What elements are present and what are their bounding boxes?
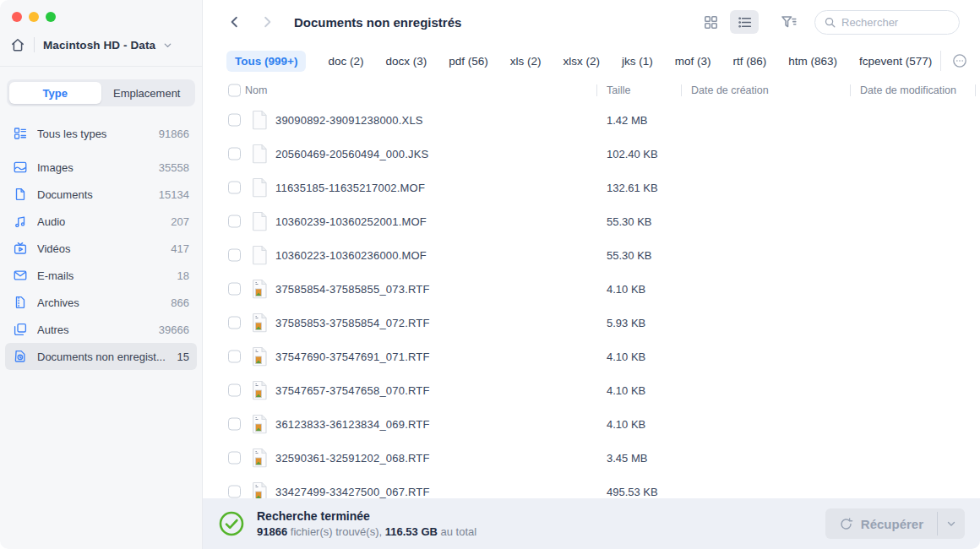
row-checkbox[interactable] — [228, 418, 241, 431]
plain-file-icon — [252, 212, 268, 231]
filter-tab-htm-863[interactable]: htm (863) — [788, 55, 837, 68]
file-name: 37547657-37547658_070.RTF — [275, 384, 430, 397]
plain-file-icon — [252, 144, 268, 164]
row-checkbox[interactable] — [228, 486, 241, 498]
back-button[interactable] — [226, 14, 243, 30]
status-bar: Recherche terminée 91866 fichier(s) trou… — [203, 498, 980, 549]
table-row[interactable]: 37585854-37585855_073.RTF4.10 KB — [203, 272, 980, 306]
main-panel: Documents non enregistrés Tous (999+)doc… — [203, 0, 980, 549]
table-row[interactable]: 36123833-36123834_069.RTF4.10 KB — [203, 407, 980, 441]
file-name: 10360223-10360236000.MOF — [275, 249, 427, 262]
sidebar-item-label: Audio — [37, 215, 164, 228]
file-name: 32590361-32591202_068.RTF — [275, 452, 430, 465]
row-checkbox[interactable] — [228, 249, 241, 262]
sidebar-item-autres[interactable]: Autres39666 — [5, 316, 197, 343]
sidebar-item-archives[interactable]: Archives866 — [5, 289, 197, 316]
grid-view-button[interactable] — [696, 10, 725, 34]
table-row[interactable]: 11635185-11635217002.MOF132.61 KB — [203, 171, 980, 204]
sidebar-item-label: Autres — [37, 323, 152, 336]
table-row[interactable]: 33427499-33427500_067.RTF495.53 KB — [203, 475, 980, 498]
more-filters-icon[interactable] — [951, 52, 968, 69]
list-view-button[interactable] — [730, 10, 759, 34]
sidebar-item-audio[interactable]: Audio207 — [5, 208, 197, 235]
row-checkbox[interactable] — [228, 351, 241, 363]
close-button[interactable] — [12, 12, 22, 22]
row-checkbox[interactable] — [228, 452, 241, 465]
sidebar-tabs: Type Emplacement — [7, 79, 195, 106]
sidebar-item-label: Images — [37, 161, 152, 174]
filter-tab-docx-3[interactable]: docx (3) — [385, 55, 427, 68]
sidebar-item-documents-non-enregist[interactable]: Documents non enregist...15 — [5, 343, 197, 370]
file-size: 55.30 KB — [607, 215, 652, 228]
file-name: 37585853-37585854_072.RTF — [275, 317, 430, 329]
table-row[interactable]: 10360223-10360236000.MOF55.30 KB — [203, 238, 980, 272]
table-row[interactable]: 37547690-37547691_071.RTF4.10 KB — [203, 340, 980, 373]
filter-tab-pdf-56[interactable]: pdf (56) — [449, 55, 488, 68]
table-row[interactable]: 10360239-10360252001.MOF55.30 KB — [203, 204, 980, 238]
recover-dropdown-button[interactable] — [938, 508, 965, 539]
rtf-file-icon — [252, 381, 268, 400]
recover-button[interactable]: Récupérer — [825, 508, 937, 539]
table-row[interactable]: 37547657-37547658_070.RTF4.10 KB — [203, 373, 980, 407]
volume-selector[interactable]: Macintosh HD - Data — [8, 32, 173, 57]
file-size: 55.30 KB — [607, 249, 652, 262]
filter-tab-rtf-86[interactable]: rtf (86) — [733, 55, 767, 68]
success-check-icon — [218, 510, 245, 537]
sidebar-item-documents[interactable]: Documents15134 — [5, 181, 197, 208]
sidebar-item-e-mails[interactable]: E-mails18 — [5, 262, 197, 289]
search-input[interactable] — [841, 16, 950, 29]
toolbar: Documents non enregistrés — [203, 0, 980, 44]
table-row[interactable]: 20560469-20560494_000.JKS102.40 KB — [203, 137, 980, 171]
filter-tab-fcpevent-577[interactable]: fcpevent (577) — [859, 55, 932, 68]
sidebar-item-count: 15134 — [159, 188, 189, 201]
row-checkbox[interactable] — [228, 182, 241, 194]
sidebar-item-count: 207 — [171, 215, 189, 228]
table-row[interactable]: 32590361-32591202_068.RTF3.45 MB — [203, 441, 980, 475]
zoom-button[interactable] — [46, 12, 56, 22]
window-controls — [12, 12, 56, 22]
filter-tab-mof-3[interactable]: mof (3) — [675, 55, 711, 68]
sidebar: Macintosh HD - Data Type Emplacement Tou… — [0, 0, 203, 549]
file-name: 20560469-20560494_000.JKS — [275, 148, 428, 160]
column-header-date-modification[interactable]: Date de modification — [860, 84, 956, 96]
tab-emplacement[interactable]: Emplacement — [101, 82, 193, 104]
sidebar-item-images[interactable]: Images35558 — [5, 154, 197, 181]
row-checkbox[interactable] — [228, 148, 241, 160]
file-size: 102.40 KB — [607, 148, 658, 160]
filter-button[interactable] — [777, 11, 799, 33]
filter-tab-jks-1[interactable]: jks (1) — [622, 55, 653, 68]
divider — [0, 66, 202, 67]
filter-tab-doc-2[interactable]: doc (2) — [328, 55, 363, 68]
videos-icon — [13, 241, 28, 256]
minimize-button[interactable] — [29, 12, 39, 22]
column-header-nom[interactable]: Nom — [245, 84, 267, 96]
filter-tab-xls-2[interactable]: xls (2) — [510, 55, 542, 68]
filter-icon — [780, 14, 798, 31]
column-header-taille[interactable]: Taille — [607, 84, 631, 96]
documents-icon — [13, 187, 28, 202]
file-name: 39090892-39091238000.XLS — [275, 114, 423, 127]
select-all-checkbox[interactable] — [228, 84, 241, 97]
row-checkbox[interactable] — [228, 384, 241, 397]
sidebar-item-tous-les-types[interactable]: Tous les types91866 — [5, 120, 197, 147]
sidebar-item-vid-os[interactable]: Vidéos417 — [5, 235, 197, 262]
file-name: 33427499-33427500_067.RTF — [275, 486, 430, 498]
home-icon[interactable] — [8, 35, 27, 54]
files-count: 91866 — [257, 525, 287, 538]
file-size: 5.93 KB — [607, 317, 645, 329]
column-header-date-creation[interactable]: Date de création — [691, 84, 769, 96]
tab-type[interactable]: Type — [9, 82, 101, 104]
rtf-file-icon — [252, 448, 268, 468]
filter-tab-xlsx-2[interactable]: xlsx (2) — [564, 55, 601, 68]
table-row[interactable]: 39090892-39091238000.XLS1.42 MB — [203, 103, 980, 137]
column-divider — [681, 84, 682, 96]
row-checkbox[interactable] — [228, 283, 241, 296]
filter-tab-tous-999[interactable]: Tous (999+) — [226, 51, 306, 72]
row-checkbox[interactable] — [228, 215, 241, 228]
row-checkbox[interactable] — [228, 317, 241, 329]
forward-button[interactable] — [259, 14, 275, 30]
file-size: 1.42 MB — [607, 114, 647, 127]
file-size: 132.61 KB — [607, 182, 658, 194]
row-checkbox[interactable] — [228, 114, 241, 127]
table-row[interactable]: 37585853-37585854_072.RTF5.93 KB — [203, 306, 980, 340]
